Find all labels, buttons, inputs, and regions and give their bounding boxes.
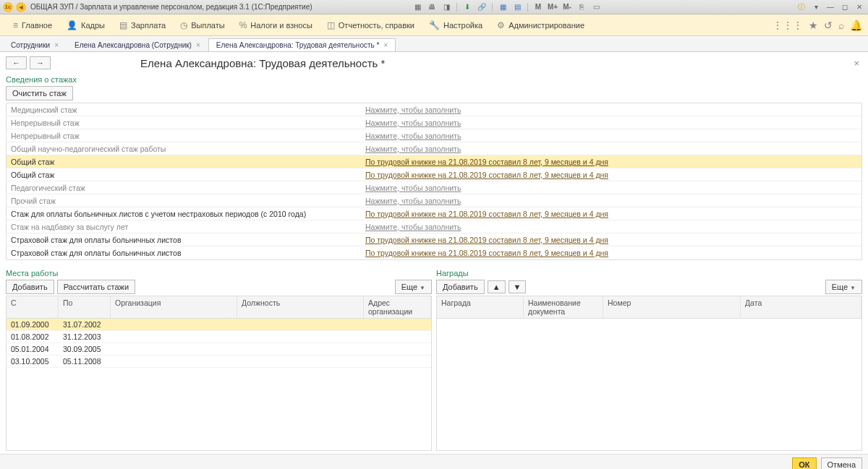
stazh-row[interactable]: Медицинский стажНажмите, чтобы заполнить: [7, 103, 861, 116]
menu-taxes[interactable]: %Налоги и взносы: [232, 17, 320, 33]
info-icon[interactable]: ⓘ: [796, 2, 807, 12]
dropdown-icon[interactable]: ▾: [810, 2, 822, 12]
layout-icon[interactable]: ▭: [590, 2, 602, 12]
maximize-icon[interactable]: ◻: [839, 2, 851, 12]
stazh-row[interactable]: Общий научно-педагогический стаж работыН…: [7, 142, 861, 155]
cell-from: 03.10.2005: [7, 356, 59, 367]
awards-more-button[interactable]: Еще▼: [825, 280, 862, 294]
stazh-value-link[interactable]: Нажмите, чтобы заполнить: [361, 196, 465, 206]
mainmenu: ≡Главное 👤Кадры ▤Зарплата ◷Выплаты %Нало…: [0, 14, 868, 36]
add-award-button[interactable]: Добавить: [436, 280, 485, 294]
cell-addr: [364, 356, 431, 367]
table-row[interactable]: 05.01.200430.09.2005: [7, 343, 431, 356]
tab-label: Елена Александровна (Сотрудник): [75, 41, 192, 49]
stazh-row[interactable]: Непрерывный стажНажмите, чтобы заполнить: [7, 116, 861, 129]
clear-stazh-button[interactable]: Очистить стаж: [6, 86, 73, 100]
stazh-name: Стаж для оплаты больничных листов с учет…: [7, 209, 361, 219]
calc-icon[interactable]: ▤: [511, 2, 523, 12]
stazh-value-link[interactable]: По трудовой книжке на 21.08.2019 состави…: [361, 170, 613, 180]
menu-admin[interactable]: ⚙Администрирование: [490, 17, 592, 33]
stazh-value-link[interactable]: Нажмите, чтобы заполнить: [361, 144, 465, 154]
nav-back-button[interactable]: ←: [6, 56, 27, 69]
stazh-row[interactable]: Прочий стажНажмите, чтобы заполнить: [7, 194, 861, 207]
stazh-name: Медицинский стаж: [7, 105, 361, 115]
sql-icon[interactable]: ⎘: [576, 2, 587, 12]
stazh-value-link[interactable]: Нажмите, чтобы заполнить: [361, 222, 465, 232]
awards-panel: Награды Добавить ▲ ▼ Еще▼ Награда Наимен…: [436, 266, 862, 451]
places-more-button[interactable]: Еще▼: [395, 280, 432, 294]
cell-to: 30.09.2005: [59, 343, 111, 355]
stazh-row[interactable]: Педагогический стажНажмите, чтобы заполн…: [7, 181, 861, 194]
nav-row: ← → Елена Александровна: Трудовая деятел…: [6, 56, 862, 69]
menu-salary[interactable]: ▤Зарплата: [112, 17, 173, 33]
stazh-value-link[interactable]: Нажмите, чтобы заполнить: [361, 183, 465, 193]
stazh-value-link[interactable]: Нажмите, чтобы заполнить: [361, 105, 465, 115]
cell-from: 01.08.2002: [7, 331, 59, 343]
stazh-row[interactable]: Стаж на надбавку за выслугу летНажмите, …: [7, 220, 861, 233]
menu-main[interactable]: ≡Главное: [6, 17, 59, 33]
menu-reports[interactable]: ◫Отчетность, справки: [320, 17, 422, 33]
nav-forward-button[interactable]: →: [30, 56, 51, 69]
menu-payments[interactable]: ◷Выплаты: [173, 17, 231, 33]
add-place-button[interactable]: Добавить: [6, 280, 54, 294]
stazh-name: Страховой стаж для оплаты больничных лис…: [7, 248, 361, 258]
close-icon[interactable]: ×: [383, 41, 388, 49]
col-num: Номер: [603, 296, 741, 318]
move-up-button[interactable]: ▲: [488, 280, 506, 293]
memory-mplus[interactable]: M+: [547, 2, 558, 12]
stazh-row[interactable]: Страховой стаж для оплаты больничных лис…: [7, 246, 861, 259]
more-label: Еще: [832, 283, 848, 291]
minimize-icon[interactable]: —: [825, 2, 836, 12]
stazh-value-link[interactable]: По трудовой книжке на 21.08.2019 состави…: [361, 209, 613, 219]
stazh-row[interactable]: Общий стажПо трудовой книжке на 21.08.20…: [7, 155, 861, 168]
stazh-value-link[interactable]: По трудовой книжке на 21.08.2019 состави…: [361, 157, 613, 167]
link-icon[interactable]: 🔗: [476, 2, 488, 12]
save-icon[interactable]: ⬇: [461, 2, 473, 12]
cell-to: 31.07.2002: [59, 319, 111, 330]
stazh-value-link[interactable]: По трудовой книжке на 21.08.2019 состави…: [361, 248, 613, 258]
compare-icon[interactable]: ◨: [441, 2, 452, 12]
move-down-button[interactable]: ▼: [509, 280, 527, 293]
awards-body[interactable]: [437, 319, 861, 450]
close-icon[interactable]: ×: [54, 41, 59, 49]
calendar-icon[interactable]: ▦: [497, 2, 509, 12]
print-icon[interactable]: 🖶: [426, 2, 438, 12]
stazh-value-link[interactable]: Нажмите, чтобы заполнить: [361, 118, 465, 128]
menu-personnel[interactable]: 👤Кадры: [59, 17, 112, 33]
memory-m[interactable]: M: [532, 2, 544, 12]
search-icon[interactable]: ⌕: [838, 20, 844, 31]
calc-stazh-button[interactable]: Рассчитать стажи: [57, 280, 136, 294]
table-row[interactable]: 01.08.200231.12.2003: [7, 331, 431, 343]
stazh-row[interactable]: Общий стажПо трудовой книжке на 21.08.20…: [7, 168, 861, 181]
print-preview-icon[interactable]: ▦: [412, 2, 423, 12]
table-row[interactable]: 01.09.200031.07.2002: [7, 319, 431, 331]
stazh-row[interactable]: Стаж для оплаты больничных листов с учет…: [7, 207, 861, 220]
back-icon[interactable]: ◄: [16, 2, 26, 12]
stazh-row[interactable]: Непрерывный стажНажмите, чтобы заполнить: [7, 129, 861, 142]
close-icon[interactable]: ✕: [854, 2, 865, 12]
tab-employee-card[interactable]: Елена Александровна (Сотрудник)×: [67, 38, 208, 51]
stazh-value-link[interactable]: Нажмите, чтобы заполнить: [361, 131, 465, 141]
page-close-icon[interactable]: ×: [851, 58, 862, 69]
tab-work-activity[interactable]: Елена Александровна: Трудовая деятельнос…: [208, 38, 396, 51]
star-icon[interactable]: ★: [809, 20, 818, 31]
bell-icon[interactable]: 🔔: [850, 20, 862, 31]
tab-employees[interactable]: Сотрудники×: [3, 38, 67, 51]
awards-grid: Награда Наименование документа Номер Дат…: [436, 296, 862, 451]
menu-settings[interactable]: 🔧Настройка: [422, 17, 490, 33]
cancel-button[interactable]: Отмена: [821, 457, 862, 470]
table-row[interactable]: 03.10.200505.11.2008: [7, 356, 431, 368]
stazh-table: Медицинский стажНажмите, чтобы заполнить…: [6, 103, 862, 260]
places-grid: С По Организация Должность Адрес организ…: [6, 296, 432, 451]
close-icon[interactable]: ×: [196, 41, 200, 49]
cell-from: 05.01.2004: [7, 343, 59, 355]
apps-icon[interactable]: ⋮⋮⋮: [773, 20, 803, 31]
stazh-value-link[interactable]: По трудовой книжке на 21.08.2019 состави…: [361, 235, 613, 245]
titlebar-right: ▦ 🖶 ◨ ⬇ 🔗 ▦ ▤ M M+ M- ⎘ ▭ ⓘ ▾ — ◻ ✕: [412, 2, 865, 12]
memory-mminus[interactable]: M-: [561, 2, 573, 12]
cell-pos: [237, 331, 364, 343]
cell-org: [111, 356, 237, 367]
history-icon[interactable]: ↺: [824, 20, 833, 31]
ok-button[interactable]: ОК: [792, 457, 816, 470]
stazh-row[interactable]: Страховой стаж для оплаты больничных лис…: [7, 233, 861, 246]
